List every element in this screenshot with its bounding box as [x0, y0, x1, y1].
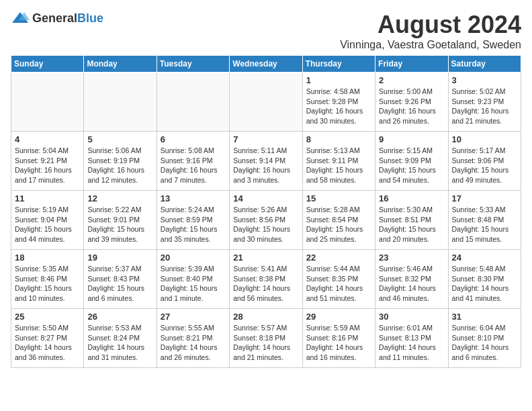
day-number: 8 [306, 134, 371, 144]
day-number: 15 [306, 193, 371, 203]
location-subtitle: Vinninga, Vaestra Goetaland, Sweden [340, 39, 521, 51]
calendar-cell: 10Sunrise: 5:17 AM Sunset: 9:06 PM Dayli… [448, 132, 521, 191]
calendar-week-row: 18Sunrise: 5:35 AM Sunset: 8:46 PM Dayli… [11, 250, 521, 309]
cell-content: Sunrise: 5:15 AM Sunset: 9:09 PM Dayligh… [379, 146, 444, 185]
cell-content: Sunrise: 5:30 AM Sunset: 8:51 PM Dayligh… [379, 205, 444, 244]
calendar-header-row: SundayMondayTuesdayWednesdayThursdayFrid… [11, 56, 521, 73]
day-number: 11 [15, 193, 80, 203]
cell-content: Sunrise: 5:26 AM Sunset: 8:56 PM Dayligh… [233, 205, 298, 244]
calendar-cell: 5Sunrise: 5:06 AM Sunset: 9:19 PM Daylig… [84, 132, 157, 191]
calendar-cell: 22Sunrise: 5:44 AM Sunset: 8:35 PM Dayli… [302, 250, 375, 309]
calendar-cell: 2Sunrise: 5:00 AM Sunset: 9:26 PM Daylig… [375, 73, 448, 132]
calendar-cell: 11Sunrise: 5:19 AM Sunset: 9:04 PM Dayli… [11, 191, 84, 250]
cell-content: Sunrise: 5:35 AM Sunset: 8:46 PM Dayligh… [15, 264, 80, 304]
cell-content: Sunrise: 5:08 AM Sunset: 9:16 PM Dayligh… [161, 146, 226, 185]
cell-content: Sunrise: 5:22 AM Sunset: 9:01 PM Dayligh… [87, 205, 152, 244]
day-number: 7 [233, 134, 298, 144]
col-header-saturday: Saturday [448, 56, 521, 73]
title-area: August 2024 Vinninga, Vaestra Goetaland,… [340, 11, 521, 51]
cell-content: Sunrise: 5:04 AM Sunset: 9:21 PM Dayligh… [15, 146, 80, 185]
day-number: 4 [15, 134, 80, 144]
cell-content: Sunrise: 5:19 AM Sunset: 9:04 PM Dayligh… [15, 205, 80, 244]
day-number: 31 [452, 312, 517, 322]
logo-icon [11, 11, 30, 26]
calendar-cell: 3Sunrise: 5:02 AM Sunset: 9:23 PM Daylig… [448, 73, 521, 132]
cell-content: Sunrise: 5:02 AM Sunset: 9:23 PM Dayligh… [452, 87, 517, 126]
day-number: 30 [379, 312, 444, 322]
day-number: 26 [87, 312, 152, 322]
cell-content: Sunrise: 5:50 AM Sunset: 8:27 PM Dayligh… [15, 323, 80, 363]
calendar-cell: 14Sunrise: 5:26 AM Sunset: 8:56 PM Dayli… [230, 191, 302, 250]
calendar-week-row: 1Sunrise: 4:58 AM Sunset: 9:28 PM Daylig… [11, 73, 521, 132]
calendar-cell: 29Sunrise: 5:59 AM Sunset: 8:16 PM Dayli… [302, 309, 375, 368]
day-number: 24 [452, 253, 517, 263]
day-number: 20 [161, 253, 226, 263]
day-number: 2 [379, 75, 444, 85]
calendar-cell [84, 73, 157, 132]
day-number: 6 [161, 134, 226, 144]
cell-content: Sunrise: 5:28 AM Sunset: 8:54 PM Dayligh… [306, 205, 371, 244]
day-number: 18 [15, 253, 80, 263]
calendar-cell: 6Sunrise: 5:08 AM Sunset: 9:16 PM Daylig… [157, 132, 229, 191]
calendar-cell: 26Sunrise: 5:53 AM Sunset: 8:24 PM Dayli… [84, 309, 157, 368]
calendar-cell: 24Sunrise: 5:48 AM Sunset: 8:30 PM Dayli… [448, 250, 521, 309]
cell-content: Sunrise: 5:13 AM Sunset: 9:11 PM Dayligh… [306, 146, 371, 185]
cell-content: Sunrise: 5:24 AM Sunset: 8:59 PM Dayligh… [161, 205, 226, 244]
calendar-cell: 18Sunrise: 5:35 AM Sunset: 8:46 PM Dayli… [11, 250, 84, 309]
calendar-cell: 20Sunrise: 5:39 AM Sunset: 8:40 PM Dayli… [157, 250, 229, 309]
col-header-tuesday: Tuesday [157, 56, 229, 73]
calendar-cell: 16Sunrise: 5:30 AM Sunset: 8:51 PM Dayli… [375, 191, 448, 250]
cell-content: Sunrise: 5:57 AM Sunset: 8:18 PM Dayligh… [233, 323, 298, 363]
day-number: 19 [87, 253, 152, 263]
cell-content: Sunrise: 5:33 AM Sunset: 8:48 PM Dayligh… [452, 205, 517, 244]
calendar-week-row: 4Sunrise: 5:04 AM Sunset: 9:21 PM Daylig… [11, 132, 521, 191]
calendar-cell: 30Sunrise: 6:01 AM Sunset: 8:13 PM Dayli… [375, 309, 448, 368]
calendar-week-row: 11Sunrise: 5:19 AM Sunset: 9:04 PM Dayli… [11, 191, 521, 250]
day-number: 9 [379, 134, 444, 144]
day-number: 21 [233, 253, 298, 263]
col-header-thursday: Thursday [302, 56, 375, 73]
month-year-title: August 2024 [340, 11, 521, 39]
calendar-cell: 8Sunrise: 5:13 AM Sunset: 9:11 PM Daylig… [302, 132, 375, 191]
cell-content: Sunrise: 5:46 AM Sunset: 8:32 PM Dayligh… [379, 264, 444, 304]
calendar-cell: 23Sunrise: 5:46 AM Sunset: 8:32 PM Dayli… [375, 250, 448, 309]
day-number: 16 [379, 193, 444, 203]
cell-content: Sunrise: 5:41 AM Sunset: 8:38 PM Dayligh… [233, 264, 298, 304]
cell-content: Sunrise: 5:39 AM Sunset: 8:40 PM Dayligh… [161, 264, 226, 304]
calendar-cell: 17Sunrise: 5:33 AM Sunset: 8:48 PM Dayli… [448, 191, 521, 250]
calendar-cell [11, 73, 84, 132]
cell-content: Sunrise: 4:58 AM Sunset: 9:28 PM Dayligh… [306, 87, 371, 126]
calendar-cell: 4Sunrise: 5:04 AM Sunset: 9:21 PM Daylig… [11, 132, 84, 191]
day-number: 28 [233, 312, 298, 322]
day-number: 1 [306, 75, 371, 85]
day-number: 17 [452, 193, 517, 203]
logo-text-blue: Blue [77, 11, 103, 25]
calendar-cell: 25Sunrise: 5:50 AM Sunset: 8:27 PM Dayli… [11, 309, 84, 368]
calendar-cell: 7Sunrise: 5:11 AM Sunset: 9:14 PM Daylig… [230, 132, 302, 191]
day-number: 27 [161, 312, 226, 322]
calendar-cell: 13Sunrise: 5:24 AM Sunset: 8:59 PM Dayli… [157, 191, 229, 250]
calendar-cell: 31Sunrise: 6:04 AM Sunset: 8:10 PM Dayli… [448, 309, 521, 368]
col-header-sunday: Sunday [11, 56, 84, 73]
calendar-cell: 28Sunrise: 5:57 AM Sunset: 8:18 PM Dayli… [230, 309, 302, 368]
col-header-wednesday: Wednesday [230, 56, 302, 73]
cell-content: Sunrise: 5:44 AM Sunset: 8:35 PM Dayligh… [306, 264, 371, 304]
col-header-monday: Monday [84, 56, 157, 73]
cell-content: Sunrise: 5:00 AM Sunset: 9:26 PM Dayligh… [379, 87, 444, 126]
cell-content: Sunrise: 5:55 AM Sunset: 8:21 PM Dayligh… [161, 323, 226, 363]
cell-content: Sunrise: 5:53 AM Sunset: 8:24 PM Dayligh… [87, 323, 152, 363]
calendar-cell [230, 73, 302, 132]
calendar-cell: 19Sunrise: 5:37 AM Sunset: 8:43 PM Dayli… [84, 250, 157, 309]
cell-content: Sunrise: 5:37 AM Sunset: 8:43 PM Dayligh… [87, 264, 152, 304]
cell-content: Sunrise: 5:06 AM Sunset: 9:19 PM Dayligh… [87, 146, 152, 185]
calendar-table: SundayMondayTuesdayWednesdayThursdayFrid… [11, 55, 521, 368]
cell-content: Sunrise: 6:01 AM Sunset: 8:13 PM Dayligh… [379, 323, 444, 363]
day-number: 3 [452, 75, 517, 85]
calendar-cell: 21Sunrise: 5:41 AM Sunset: 8:38 PM Dayli… [230, 250, 302, 309]
day-number: 22 [306, 253, 371, 263]
calendar-cell [157, 73, 229, 132]
logo-text-general: General [32, 11, 77, 25]
cell-content: Sunrise: 6:04 AM Sunset: 8:10 PM Dayligh… [452, 323, 517, 363]
day-number: 29 [306, 312, 371, 322]
day-number: 14 [233, 193, 298, 203]
